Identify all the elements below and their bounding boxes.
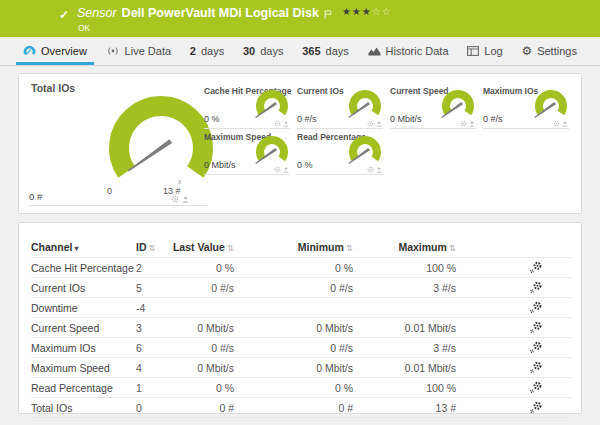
gauge-user-icon[interactable] bbox=[182, 196, 189, 203]
channel-last-value bbox=[169, 298, 234, 318]
channel-settings-icon[interactable] bbox=[529, 341, 542, 354]
col-header-last-value[interactable]: Last Value⇅ bbox=[169, 237, 234, 258]
table-row[interactable]: Current Speed 3 0 Mbit/s 0 Mbit/s 0.01 M… bbox=[31, 318, 571, 338]
mini-gauge-value: 0 % bbox=[204, 114, 220, 124]
tab-number: 2 bbox=[190, 45, 196, 57]
channel-maximum: 100 % bbox=[353, 378, 456, 398]
mini-gauge-value: 0 #/s bbox=[297, 114, 317, 124]
mini-gauge-panel[interactable]: Current IOs 0 #/s bbox=[297, 84, 383, 129]
tab-30-days[interactable]: 30 days bbox=[236, 37, 291, 65]
mini-gauge-panel[interactable]: Read Percentage 0 % bbox=[297, 130, 383, 175]
table-row[interactable]: Total IOs 0 0 # 0 # 13 # bbox=[31, 398, 571, 418]
channel-last-value: 0 Mbit/s bbox=[169, 318, 234, 338]
channel-id: 1 bbox=[136, 378, 169, 398]
table-row[interactable]: Downtime -4 bbox=[31, 298, 571, 318]
gauge-user-icon[interactable] bbox=[469, 121, 475, 127]
sensor-tab-bar: Overview Live Data 2 days 30 days 365 da… bbox=[0, 37, 600, 66]
gauge-settings-gear-icon[interactable] bbox=[274, 166, 281, 173]
col-header-maximum[interactable]: Maximum⇅ bbox=[353, 237, 456, 258]
channel-name: Maximum Speed bbox=[31, 358, 136, 378]
channel-id: 6 bbox=[136, 338, 169, 358]
channel-id: 0 bbox=[136, 398, 169, 418]
channel-settings-icon[interactable] bbox=[529, 321, 542, 334]
channel-minimum bbox=[234, 298, 353, 318]
gauge-user-icon[interactable] bbox=[562, 121, 568, 127]
channel-id: 4 bbox=[136, 358, 169, 378]
tab-live-data[interactable]: Live Data bbox=[99, 37, 178, 65]
tab-label: Log bbox=[484, 45, 502, 57]
channel-settings-icon[interactable] bbox=[529, 301, 542, 314]
sort-desc-icon: ▾ bbox=[74, 244, 78, 253]
channel-name: Downtime bbox=[31, 298, 136, 318]
table-row[interactable]: Maximum IOs 6 0 #/s 0 #/s 3 #/s bbox=[31, 338, 571, 358]
channel-last-value: 0 Mbit/s bbox=[169, 358, 234, 378]
tab-label: days bbox=[326, 45, 349, 57]
stars-empty: ☆☆ bbox=[372, 6, 392, 17]
sort-icon: ⇅ bbox=[449, 243, 456, 253]
main-gauge-current-value: 0 # bbox=[29, 191, 42, 202]
sensor-title: Dell PowerVault MDi Logical Disk bbox=[122, 6, 319, 20]
channel-last-value: 0 #/s bbox=[169, 338, 234, 358]
gauge-user-icon[interactable] bbox=[283, 167, 289, 173]
gauge-settings-gear-icon[interactable] bbox=[553, 120, 560, 127]
channel-name: Maximum IOs bbox=[31, 338, 136, 358]
channel-settings-icon[interactable] bbox=[529, 281, 542, 294]
gauge-user-icon[interactable] bbox=[283, 121, 289, 127]
sort-icon: ⇅ bbox=[149, 243, 156, 253]
tab-label: Historic Data bbox=[386, 45, 449, 57]
channel-minimum: 0 #/s bbox=[234, 278, 353, 298]
channel-settings-icon[interactable] bbox=[529, 361, 542, 374]
stars-filled: ★★★ bbox=[342, 6, 372, 17]
gauge-needle bbox=[128, 139, 172, 171]
live-data-broadcast-icon bbox=[106, 46, 120, 56]
tab-settings[interactable]: ⚙ Settings bbox=[514, 37, 584, 65]
gauge-settings-gear-icon[interactable] bbox=[367, 166, 374, 173]
table-row[interactable]: Current IOs 5 0 #/s 0 #/s 3 #/s bbox=[31, 278, 571, 298]
total-ios-gauge[interactable] bbox=[106, 95, 216, 205]
col-header-minimum[interactable]: Minimum⇅ bbox=[234, 237, 353, 258]
gauge-settings-gear-icon[interactable] bbox=[460, 120, 467, 127]
gauge-settings-gear-icon[interactable] bbox=[367, 120, 374, 127]
table-row[interactable]: Cache Hit Percentage 2 0 % 0 % 100 % bbox=[31, 258, 571, 278]
channel-settings-icon[interactable] bbox=[529, 381, 542, 394]
channel-name: Cache Hit Percentage bbox=[31, 258, 136, 278]
priority-stars[interactable]: ★★★☆☆ bbox=[342, 6, 392, 17]
col-header-id[interactable]: ID⇅ bbox=[136, 237, 169, 258]
mini-gauge-value: 0 % bbox=[297, 160, 313, 170]
gauge-settings-gear-icon[interactable] bbox=[171, 195, 179, 203]
channel-settings-icon[interactable] bbox=[529, 401, 542, 414]
gauge-settings-gear-icon[interactable] bbox=[274, 120, 281, 127]
tab-2-days[interactable]: 2 days bbox=[183, 37, 231, 65]
channel-maximum: 3 #/s bbox=[353, 338, 456, 358]
gauge-user-icon[interactable] bbox=[376, 121, 382, 127]
channel-maximum bbox=[353, 298, 456, 318]
tab-historic-data[interactable]: Historic Data bbox=[361, 37, 456, 65]
channel-name: Read Percentage bbox=[31, 378, 136, 398]
tab-365-days[interactable]: 365 days bbox=[295, 37, 356, 65]
channel-minimum: 0 #/s bbox=[234, 338, 353, 358]
col-header-actions bbox=[456, 237, 571, 258]
channel-maximum: 13 # bbox=[353, 398, 456, 418]
mini-gauge-panel[interactable]: Cache Hit Percentage 0 % bbox=[204, 84, 290, 129]
mini-gauges-grid: Cache Hit Percentage 0 % Current IOs 0 #… bbox=[204, 84, 569, 175]
channel-minimum: 0 Mbit/s bbox=[234, 358, 353, 378]
mini-gauge-panel[interactable]: Maximum IOs 0 #/s bbox=[483, 84, 569, 129]
channel-last-value: 0 # bbox=[169, 398, 234, 418]
mini-gauge-value: 0 Mbit/s bbox=[390, 114, 422, 124]
tab-overview[interactable]: Overview bbox=[16, 37, 94, 65]
sensor-title-row: Sensor Dell PowerVault MDi Logical Disk … bbox=[77, 6, 392, 23]
object-kind-label: Sensor bbox=[77, 6, 117, 20]
tab-label: Overview bbox=[41, 45, 87, 57]
col-header-channel[interactable]: Channel▾ bbox=[31, 237, 136, 258]
main-gauge-scale-min: 0 bbox=[107, 186, 112, 196]
mini-gauge-panel[interactable]: Current Speed 0 Mbit/s bbox=[390, 84, 476, 129]
gauge-user-icon[interactable] bbox=[376, 167, 382, 173]
tab-log[interactable]: Log bbox=[460, 37, 509, 65]
table-row[interactable]: Read Percentage 1 0 % 0 % 100 % bbox=[31, 378, 571, 398]
mini-gauge-panel[interactable]: Maximum Speed 0 Mbit/s bbox=[204, 130, 290, 175]
channel-settings-icon[interactable] bbox=[529, 261, 542, 274]
channel-id: 2 bbox=[136, 258, 169, 278]
table-row[interactable]: Maximum Speed 4 0 Mbit/s 0 Mbit/s 0.01 M… bbox=[31, 358, 571, 378]
tab-number: 30 bbox=[243, 45, 255, 57]
priority-flag-icon[interactable] bbox=[324, 5, 332, 23]
